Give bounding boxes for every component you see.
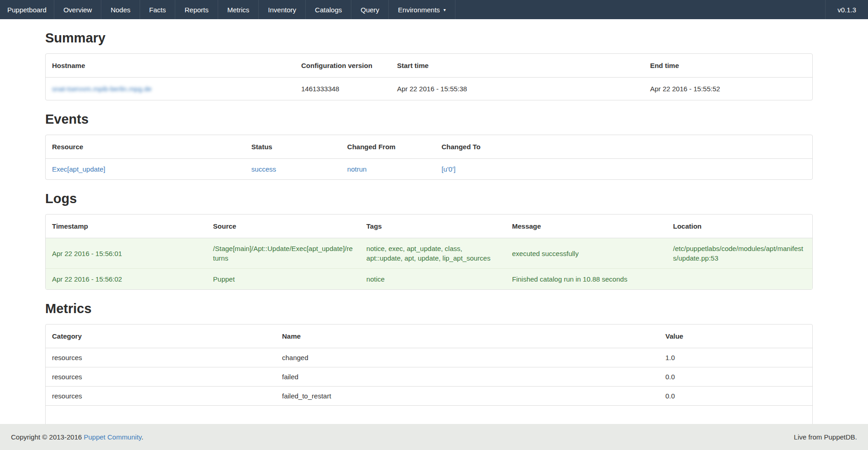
column-header-tags: Tags	[360, 215, 506, 238]
summary-header-row: Hostname Configuration version Start tim…	[46, 54, 812, 77]
log-row: Apr 22 2016 - 15:56:01 /Stage[main]/Apt:…	[46, 238, 812, 268]
logs-header-row: Timestamp Source Tags Message Location	[46, 215, 812, 238]
log-source-cell: Puppet	[207, 268, 360, 289]
summary-table: Hostname Configuration version Start tim…	[46, 54, 812, 100]
column-header-changed-from: Changed From	[341, 135, 435, 158]
top-navbar: Puppetboard Overview Nodes Facts Reports…	[0, 0, 868, 19]
report-page: Summary Hostname Configuration version S…	[45, 31, 813, 442]
version-text: v0.1.3	[837, 6, 856, 14]
end-time-cell: Apr 22 2016 - 15:55:52	[643, 77, 812, 100]
column-header-start-time: Start time	[391, 54, 643, 77]
log-message-cell: Finished catalog run in 10.88 seconds	[506, 268, 667, 289]
metric-row: resources failed_to_restart 0.0	[46, 386, 812, 405]
column-header-status: Status	[245, 135, 341, 158]
nav-item-label: Nodes	[110, 6, 130, 14]
status-link[interactable]: success	[251, 165, 276, 173]
metrics-header-row: Category Name Value	[46, 324, 812, 348]
live-from-puppetdb-label: Live from PuppetDB.	[794, 433, 857, 441]
nav-item-overview[interactable]: Overview	[54, 0, 102, 19]
footer-copyright: Copyright © 2013-2016 Puppet Community.	[11, 433, 143, 441]
column-header-resource: Resource	[46, 135, 245, 158]
metrics-section-title: Metrics	[45, 301, 813, 316]
nav-item-catalogs[interactable]: Catalogs	[306, 0, 351, 19]
resource-link[interactable]: Exec[apt_update]	[52, 165, 105, 173]
nav-item-label: Inventory	[268, 6, 296, 14]
nav-item-label: Facts	[149, 6, 166, 14]
column-header-end-time: End time	[643, 54, 812, 77]
copyright-period: .	[141, 433, 143, 441]
events-table: Resource Status Changed From Changed To …	[46, 135, 812, 179]
nav-item-label: Metrics	[227, 6, 249, 14]
metric-name-cell: failed_to_restart	[276, 386, 659, 405]
events-header-row: Resource Status Changed From Changed To	[46, 135, 812, 158]
log-tags-cell: notice, exec, apt_update, class, apt::up…	[360, 238, 506, 268]
event-row: Exec[apt_update] success notrun [u'0']	[46, 158, 812, 179]
page-footer: Copyright © 2013-2016 Puppet Community. …	[0, 424, 868, 450]
caret-down-icon: ▾	[444, 8, 446, 12]
nav-item-facts[interactable]: Facts	[140, 0, 176, 19]
changed-from-cell: notrun	[341, 158, 435, 179]
metric-category-cell: resources	[46, 367, 276, 386]
hostname-cell: snat-tservvm.mpib-berlin.mpg.de	[46, 77, 295, 100]
log-timestamp-cell: Apr 22 2016 - 15:56:02	[46, 268, 207, 289]
metric-name-cell: failed	[276, 367, 659, 386]
nav-item-reports[interactable]: Reports	[175, 0, 218, 19]
logs-panel: Timestamp Source Tags Message Location A…	[45, 214, 813, 290]
metric-value-cell: 0.0	[659, 386, 812, 405]
column-header-timestamp: Timestamp	[46, 215, 207, 238]
version-label: v0.1.3	[826, 0, 868, 19]
changed-to-link[interactable]: [u'0']	[441, 165, 455, 173]
navbar-spacer	[455, 0, 826, 19]
puppet-community-link[interactable]: Puppet Community	[84, 433, 141, 441]
changed-from-link[interactable]: notrun	[347, 165, 367, 173]
nav-item-label: Catalogs	[315, 6, 342, 14]
summary-section-title: Summary	[45, 31, 813, 46]
environments-dropdown-label: Environments	[398, 6, 440, 14]
column-header-source: Source	[207, 215, 360, 238]
metric-row: resources changed 1.0	[46, 348, 812, 367]
nav-item-metrics[interactable]: Metrics	[218, 0, 259, 19]
metric-row: resources failed 0.0	[46, 367, 812, 386]
brand-puppetboard[interactable]: Puppetboard	[0, 0, 54, 19]
logs-table: Timestamp Source Tags Message Location A…	[46, 215, 812, 289]
column-header-category: Category	[46, 324, 276, 348]
nav-item-inventory[interactable]: Inventory	[259, 0, 306, 19]
nav-item-label: Overview	[63, 6, 92, 14]
environments-dropdown[interactable]: Environments ▾	[389, 0, 455, 19]
log-timestamp-cell: Apr 22 2016 - 15:56:01	[46, 238, 207, 268]
column-header-config-version: Configuration version	[295, 54, 391, 77]
column-header-message: Message	[506, 215, 667, 238]
metric-category-cell: resources	[46, 386, 276, 405]
status-cell: success	[245, 158, 341, 179]
nav-item-nodes[interactable]: Nodes	[101, 0, 140, 19]
summary-panel: Hostname Configuration version Start tim…	[45, 53, 813, 100]
hostname-link-redacted[interactable]: snat-tservvm.mpib-berlin.mpg.de	[52, 85, 152, 93]
log-row: Apr 22 2016 - 15:56:02 Puppet notice Fin…	[46, 268, 812, 289]
events-section-title: Events	[45, 112, 813, 127]
metric-value-cell: 0.0	[659, 367, 812, 386]
logs-section-title: Logs	[45, 191, 813, 206]
resource-cell: Exec[apt_update]	[46, 158, 245, 179]
events-panel: Resource Status Changed From Changed To …	[45, 135, 813, 180]
summary-row: snat-tservvm.mpib-berlin.mpg.de 14613333…	[46, 77, 812, 100]
brand-label: Puppetboard	[7, 6, 47, 14]
log-message-cell: executed successfully	[506, 238, 667, 268]
metric-name-cell: changed	[276, 348, 659, 367]
start-time-cell: Apr 22 2016 - 15:55:38	[391, 77, 643, 100]
nav-item-label: Reports	[184, 6, 209, 14]
log-location-cell: /etc/puppetlabs/code/modules/apt/manifes…	[667, 238, 812, 268]
changed-to-cell: [u'0']	[435, 158, 812, 179]
column-header-name: Name	[276, 324, 659, 348]
log-location-cell	[667, 268, 812, 289]
metric-value-cell: 1.0	[659, 348, 812, 367]
config-version-cell: 1461333348	[295, 77, 391, 100]
log-source-cell: /Stage[main]/Apt::Update/Exec[apt_update…	[207, 238, 360, 268]
nav-item-label: Query	[361, 6, 379, 14]
nav-item-query[interactable]: Query	[351, 0, 389, 19]
column-header-value: Value	[659, 324, 812, 348]
metric-category-cell: resources	[46, 348, 276, 367]
copyright-text: Copyright © 2013-2016	[11, 433, 84, 441]
column-header-changed-to: Changed To	[435, 135, 812, 158]
column-header-location: Location	[667, 215, 812, 238]
column-header-hostname: Hostname	[46, 54, 295, 77]
